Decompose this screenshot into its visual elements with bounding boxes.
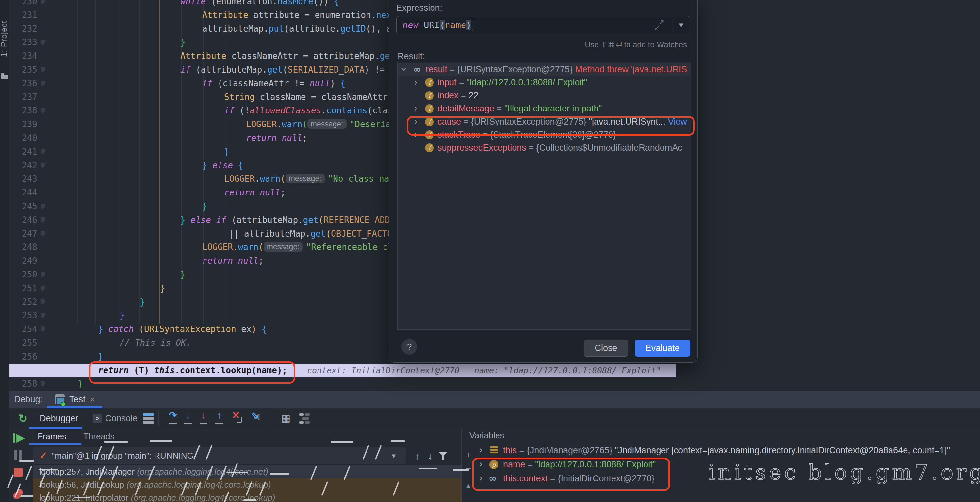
layout-settings-icon[interactable]	[143, 413, 154, 424]
thread-selector[interactable]: ✓ "main"@1 in group "main": RUNNING ▼	[33, 447, 406, 464]
left-tool-window-bar[interactable]: 1: Project	[0, 0, 10, 502]
watermark: initsec blog.gm7.org	[708, 460, 980, 484]
fold-marker-icon[interactable]	[40, 286, 45, 291]
line-number: 256	[9, 350, 37, 364]
line-number: 237	[9, 91, 37, 104]
fold-marker-icon[interactable]	[40, 381, 45, 387]
line-number: 254	[9, 323, 37, 336]
code-line-255[interactable]: // This is OK.	[119, 336, 191, 350]
chevron-collapsed-icon[interactable]: ›	[479, 443, 483, 457]
code-line-236[interactable]: if (classNameAttr != null) {	[202, 77, 345, 91]
result-row-index[interactable]: findex = 22	[398, 89, 690, 102]
annotation-box-cause	[407, 116, 695, 135]
inline-debugger-hint: context: InitialDirContext@2770 name: "l…	[307, 364, 661, 378]
code-line-241[interactable]: }	[224, 145, 229, 159]
line-number: 234	[9, 49, 37, 63]
code-line-242[interactable]: } else {	[202, 159, 243, 172]
console-icon[interactable]: >	[93, 414, 102, 423]
line-number: 251	[9, 282, 37, 295]
line-number: 246	[9, 214, 37, 227]
code-line-244[interactable]: return null;	[224, 186, 285, 200]
code-line-253[interactable]: }	[119, 309, 125, 323]
code-line-249[interactable]: return null;	[202, 254, 264, 268]
line-number: 242	[9, 159, 37, 172]
fold-marker-icon[interactable]	[40, 40, 45, 45]
code-line-252[interactable]: }	[140, 295, 145, 309]
indent-guide	[118, 0, 118, 324]
fold-marker-icon[interactable]	[40, 313, 45, 318]
fold-marker-icon[interactable]	[40, 217, 45, 223]
tab-frames[interactable]: Frames	[38, 429, 66, 444]
folder-icon	[1, 75, 8, 80]
chevron-expanded-icon[interactable]: ›	[398, 67, 410, 71]
code-line-254[interactable]: } catch (URISyntaxException ex) {	[98, 323, 267, 336]
line-number: 236	[9, 77, 37, 91]
history-dropdown-icon[interactable]: ▼	[678, 21, 685, 29]
fold-marker-icon[interactable]	[40, 327, 45, 332]
add-watch-icon[interactable]: +	[463, 450, 473, 459]
annotation-box-return-line	[89, 362, 295, 384]
resume-icon[interactable]: ▶	[13, 433, 26, 444]
code-line-251[interactable]: }	[160, 282, 165, 295]
tab-debugger[interactable]: Debugger	[40, 408, 78, 429]
fold-marker-icon[interactable]	[40, 0, 45, 4]
reset-frame-icon[interactable]: ✕	[229, 408, 242, 429]
code-line-258[interactable]: }	[78, 377, 83, 391]
frame-down-icon[interactable]: ↓	[425, 452, 435, 461]
result-row-suppressedExceptions[interactable]: fsuppressedExceptions = {Collections$Unm…	[398, 141, 690, 154]
code-line-233[interactable]: }	[180, 36, 186, 49]
tab-console[interactable]: Console	[105, 408, 137, 429]
evaluate-expression-icon[interactable]: ▦	[278, 408, 293, 429]
fold-marker-icon[interactable]	[40, 231, 45, 237]
expand-icon[interactable]: ↙	[654, 25, 660, 31]
fold-marker-icon[interactable]	[40, 204, 45, 209]
indent-guide	[159, 0, 160, 324]
evaluate-button[interactable]: Evaluate	[635, 339, 690, 357]
code-line-250[interactable]: }	[180, 268, 186, 282]
fold-marker-icon[interactable]	[40, 81, 45, 86]
pause-icon[interactable]	[14, 450, 24, 459]
step-into-icon[interactable]: ↓	[181, 408, 194, 429]
step-out-icon[interactable]: ↑	[213, 408, 226, 429]
fold-marker-icon[interactable]	[40, 67, 45, 73]
chevron-collapsed-icon[interactable]: ›	[414, 102, 418, 115]
line-number: 233	[9, 36, 37, 49]
line-number: 253	[9, 309, 37, 323]
thread-selector-value: "main"@1 in group "main": RUNNING	[52, 447, 194, 464]
fold-marker-icon[interactable]	[40, 272, 45, 277]
variables-header: Variables	[469, 431, 504, 440]
code-line-245[interactable]: }	[202, 200, 207, 214]
expression-text: new URI(name)	[402, 16, 471, 34]
indent-guide	[140, 0, 140, 324]
expression-input[interactable]: new URI(name) ↗ ↙ ▼	[396, 16, 690, 34]
structure-view-icon[interactable]	[299, 413, 310, 424]
help-button[interactable]: ?	[401, 339, 417, 355]
field-icon: f	[425, 104, 434, 113]
fold-marker-icon[interactable]	[40, 300, 45, 305]
result-row-result[interactable]: ›∞result = {URISyntaxException@2775} Met…	[398, 63, 690, 76]
chevron-collapsed-icon[interactable]: ›	[414, 76, 418, 89]
fold-marker-icon[interactable]	[40, 108, 45, 113]
project-tool-button[interactable]: 1: Project	[0, 0, 9, 57]
result-tree[interactable]: ›∞result = {URISyntaxException@2775} Met…	[397, 62, 691, 330]
view-breakpoints-icon[interactable]	[13, 489, 25, 500]
filter-icon[interactable]	[439, 452, 447, 460]
result-row-input[interactable]: ›finput = "ldap://127.0.0.1:8088/ Exploi…	[398, 76, 690, 89]
ide-window: 2302312322332342352362372382392402412422…	[0, 0, 980, 502]
stop-icon[interactable]	[14, 468, 23, 477]
result-row-detailMessage[interactable]: ›fdetailMessage = "Illegal character in …	[398, 102, 690, 115]
fold-marker-icon[interactable]	[40, 149, 45, 155]
code-line-230[interactable]: while (enumeration.hasMore()) {	[180, 0, 339, 8]
frame-up-icon[interactable]: ↑	[413, 452, 423, 461]
run-to-cursor-icon[interactable]: ⇘I	[248, 408, 261, 429]
code-line-231[interactable]: Attribute attribute = enumeration.next()…	[202, 8, 412, 22]
step-over-icon[interactable]: ↷	[166, 408, 179, 429]
fold-marker-icon[interactable]	[40, 163, 45, 168]
code-line-240[interactable]: return null;	[246, 131, 307, 145]
line-number: 249	[9, 254, 37, 268]
line-number: 252	[9, 295, 37, 309]
close-button[interactable]: Close	[584, 339, 628, 357]
active-tab-underline	[29, 427, 82, 429]
force-step-into-icon[interactable]: ↓	[197, 408, 210, 429]
active-tab-underline	[47, 406, 102, 408]
